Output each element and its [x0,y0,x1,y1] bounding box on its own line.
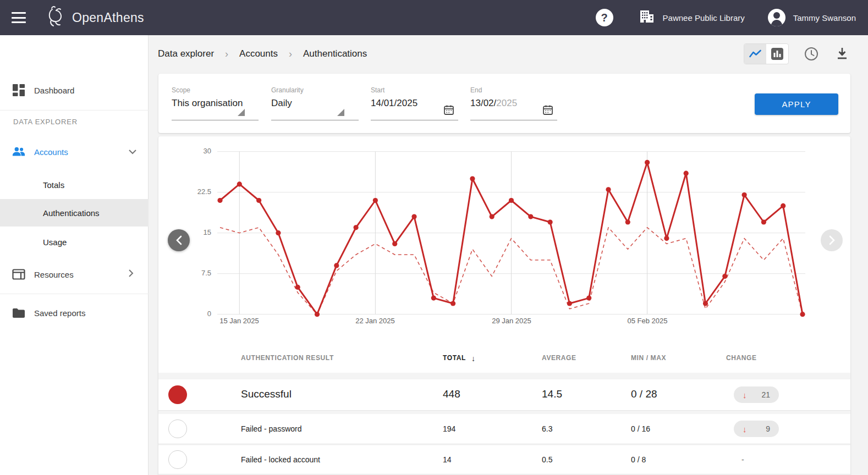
sidebar-item-resources[interactable]: Resources [0,261,149,288]
column-total[interactable]: TOTAL↓ [443,354,476,363]
organisation-name: Pawnee Public Library [663,13,745,23]
scope-label: Scope [172,86,190,94]
top-bar: OpenAthens ? Pawnee Public Library [0,0,868,35]
scope-select[interactable]: Scope This organisation [172,74,259,133]
building-icon [639,9,655,26]
series-swatch-failed-locked[interactable] [168,450,187,469]
end-date-value: 13/02/2025 [470,98,517,109]
min-max-value: 0 / 8 [631,455,646,464]
breadcrumb: Data explorer › Accounts › Authenticatio… [158,35,367,73]
sidebar-item-dashboard[interactable]: Dashboard [0,70,149,110]
apply-button[interactable]: APPLY [755,93,838,115]
divider [0,110,149,111]
sidebar-item-authentications[interactable]: Authentications [43,208,100,218]
sidebar-item-accounts[interactable]: Accounts [0,139,149,165]
series-swatch-failed-password[interactable] [168,419,187,438]
series-swatch-successful[interactable] [168,385,187,404]
user-menu[interactable]: Tammy Swanson [768,9,856,26]
chevron-right-icon: › [225,48,228,60]
chevron-right-icon: › [289,48,292,60]
sidebar-item-label: Dashboard [34,86,74,95]
total-value: 448 [443,388,460,400]
folder-icon [12,306,25,319]
total-value: 14 [443,455,452,464]
line-chart-toggle-button[interactable] [744,44,766,64]
chart-type-toggle [744,43,789,64]
table-row-failed-password[interactable]: Failed - password 194 6.3 0 / 16 ↓ 9 [158,414,850,444]
clock-icon [804,47,818,61]
chart-card: 30 22.5 15 7.5 0 15 Jan 2025 22 Jan 2025… [158,136,850,475]
min-max-value: 0 / 16 [631,424,650,433]
start-date-label: Start [371,86,384,94]
average-value: 0.5 [542,455,552,464]
chevron-down-icon [129,147,136,157]
x-axis-tick: 05 Feb 2025 [613,317,682,325]
x-axis-tick: 15 Jan 2025 [205,317,273,325]
arrow-down-icon: ↓ [743,424,747,434]
menu-icon[interactable] [12,12,26,23]
results-table-header: AUTHENTICATION RESULT TOTAL↓ AVERAGE MIN… [158,354,850,366]
bar-chart-icon [771,48,783,60]
y-axis-tick: 22.5 [178,187,211,196]
breadcrumb-authentications[interactable]: Authentications [303,48,367,59]
dropdown-caret-icon [337,109,344,116]
x-axis-tick: 22 Jan 2025 [341,317,409,325]
dropdown-caret-icon [238,109,245,116]
chart-scroll-right-button[interactable] [821,229,843,251]
bar-chart-toggle-button[interactable] [766,44,788,64]
granularity-select[interactable]: Granularity Daily [271,74,359,133]
help-icon[interactable]: ? [596,9,613,26]
breadcrumb-data-explorer[interactable]: Data explorer [158,48,214,59]
calendar-icon[interactable] [443,104,454,118]
download-icon [836,47,848,60]
change-badge: ↓ 9 [734,421,779,437]
resources-icon [12,268,25,281]
y-axis-tick: 7.5 [178,269,211,277]
dashboard-icon [12,84,25,97]
column-authentication-result[interactable]: AUTHENTICATION RESULT [241,354,334,362]
download-button[interactable] [834,46,850,62]
end-date-field[interactable]: End 13/02/2025 [470,74,557,133]
sidebar-item-usage[interactable]: Usage [43,238,67,247]
y-axis-tick: 30 [178,147,211,155]
sidebar-item-label: Saved reports [34,308,85,318]
table-row-successful[interactable]: Successful 448 14.5 0 / 28 ↓ 21 [158,379,850,410]
chart-scroll-left-button[interactable] [168,229,190,251]
organisation-switcher[interactable]: Pawnee Public Library [639,9,745,26]
column-change[interactable]: CHANGE [726,354,757,362]
granularity-label: Granularity [271,86,304,94]
average-value: 14.5 [542,388,562,400]
average-value: 6.3 [542,424,552,433]
user-name: Tammy Swanson [793,13,856,23]
sidebar-item-totals[interactable]: Totals [43,180,64,190]
table-row-failed-locked[interactable]: Failed - locked account 14 0.5 0 / 8 - [158,445,850,474]
brand-name: OpenAthens [72,10,144,25]
history-button[interactable] [803,46,820,62]
user-avatar-icon [768,9,785,26]
column-average[interactable]: AVERAGE [542,354,576,362]
openathens-logo-icon [45,5,67,30]
calendar-icon[interactable] [542,104,553,118]
main-content: Data explorer › Accounts › Authenticatio… [149,35,868,475]
authentications-line-chart [158,136,850,339]
sidebar-section-label: DATA EXPLORER [13,118,78,126]
accounts-people-icon [12,145,25,158]
start-date-field[interactable]: Start 14/01/2025 [371,74,458,133]
chevron-right-icon [129,269,134,279]
change-badge: ↓ 21 [734,386,779,403]
arrow-down-icon: ↓ [743,390,747,400]
divider [0,294,149,294]
change-value: - [741,455,744,464]
x-axis-tick: 29 Jan 2025 [477,317,546,325]
result-label: Failed - locked account [241,455,320,464]
column-min-max[interactable]: MIN / MAX [631,354,666,362]
sidebar-item-label: Accounts [34,147,68,157]
line-chart-icon [749,49,761,58]
total-value: 194 [443,424,455,433]
granularity-value: Daily [271,98,292,109]
result-label: Successful [241,388,292,400]
breadcrumb-accounts[interactable]: Accounts [239,48,278,59]
sidebar-item-saved-reports[interactable]: Saved reports [0,300,149,326]
brand: OpenAthens [45,5,144,30]
sidebar: Dashboard DATA EXPLORER Accounts Totals … [0,35,149,475]
